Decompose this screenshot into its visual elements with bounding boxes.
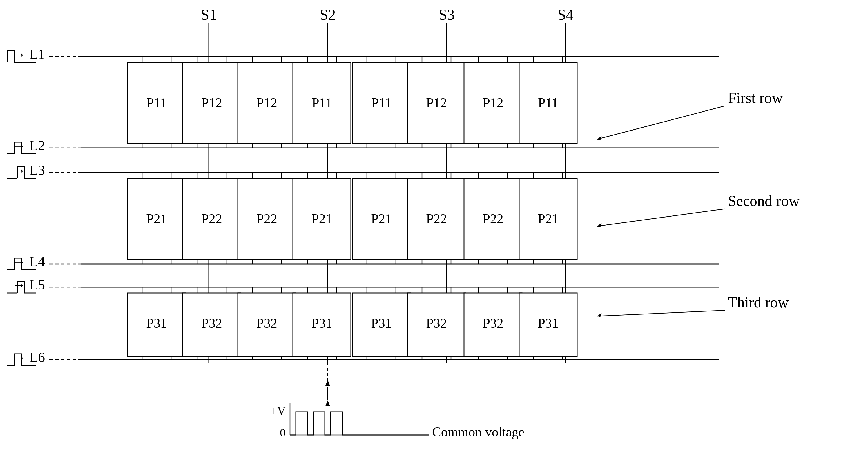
s4-label: S4 [558,6,574,23]
pixel-label-r2-c1: P21 [146,212,167,226]
pixel-label-r1-c5: P11 [371,95,392,110]
pixel-label-r3-c4: P31 [311,316,332,331]
pixel-label-r3-c5: P31 [371,316,392,331]
plus-v-label: +V [271,404,286,417]
pixel-label-r2-c2: P22 [201,212,222,226]
pixel-label-r1-c7: P12 [483,95,503,110]
pixel-label-r2-c3: P22 [256,212,277,226]
first-row-label: First row [728,90,783,106]
pixel-label-r3-c8: P31 [538,316,559,331]
pixel-label-r1-c4: P11 [312,95,332,110]
pixel-label-r3-c1: P31 [146,316,167,331]
s1-label: S1 [201,6,217,23]
pixel-label-r2-c6: P22 [426,212,447,226]
pixel-label-r1-c8: P11 [538,95,558,110]
l1-label: → L1 [12,46,45,62]
third-row-label: Third row [728,294,789,311]
s2-label: S2 [320,6,336,23]
common-voltage-label: Common voltage [432,425,524,439]
pixel-label-r3-c6: P32 [426,316,447,331]
pixel-label-r2-c8: P21 [538,212,559,226]
second-row-label: Second row [728,193,800,209]
l4-label: → L4 [12,254,45,269]
pixel-label-r1-c6: P12 [426,95,447,110]
pixel-label-r1-c2: P12 [201,95,222,110]
pixel-label-r3-c2: P32 [201,316,222,331]
pixel-label-r1-c1: P11 [147,95,167,110]
zero-label: 0 [280,426,286,439]
l2-label: → L2 [12,138,45,153]
s3-label: S3 [439,6,455,23]
pixel-label-r2-c7: P22 [483,212,503,226]
pixel-label-r2-c5: P21 [371,212,392,226]
pixel-label-r3-c3: P32 [256,316,277,331]
pixel-label-r2-c4: P21 [311,212,332,226]
pixel-label-r1-c3: P12 [256,95,277,110]
l6-label: → L6 [12,349,45,365]
pixel-label-r3-c7: P32 [483,316,503,331]
